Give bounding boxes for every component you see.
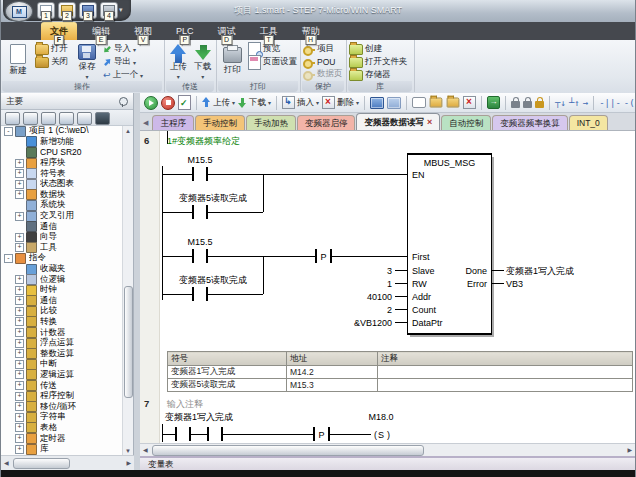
tree-item[interactable]: + 字符串 (1, 412, 124, 423)
delete-button[interactable]: 删除▾ (322, 96, 359, 109)
library-open-folder-button[interactable]: 打开文件夹 (349, 56, 408, 68)
save-button[interactable]: 保存 ▾ (73, 42, 101, 80)
scrollbar-thumb[interactable] (13, 458, 70, 469)
contact-operand[interactable]: M15.5 (187, 155, 212, 165)
tree-item[interactable]: + 定时器 (1, 433, 124, 444)
compile-button[interactable] (178, 95, 191, 110)
expander-icon[interactable]: + (15, 360, 24, 369)
expander-icon[interactable]: + (15, 180, 24, 189)
pou-window-alt-button[interactable] (387, 97, 401, 109)
contact-operand[interactable]: 变频器5读取完成 (179, 193, 247, 203)
expander-icon[interactable]: - (4, 254, 13, 263)
pou-tab[interactable]: INT_0 (569, 115, 608, 130)
scroll-up-icon[interactable]: ▲ (123, 126, 133, 136)
status-chart-view-icon[interactable] (41, 112, 56, 125)
input-value[interactable]: &VB1200 (354, 318, 392, 328)
scroll-left-icon[interactable]: ◀ (143, 446, 148, 453)
prev-bookmark-button[interactable] (446, 97, 460, 108)
contact-operand[interactable]: 变频器1写入完成 (165, 412, 233, 422)
lock-button-1[interactable] (511, 97, 520, 108)
ribbon-tab[interactable]: 编辑 E (83, 22, 119, 40)
expander-icon[interactable]: + (15, 190, 24, 199)
goto-button[interactable]: → (487, 96, 500, 109)
pou-tab[interactable]: 自动控制 (441, 115, 491, 130)
input-value[interactable]: 40100 (367, 292, 392, 302)
new-button[interactable]: 新建 (3, 42, 33, 80)
pou-tab[interactable]: 主程序 (152, 115, 194, 130)
tree-item[interactable]: + 向导 (1, 232, 124, 243)
expander-icon[interactable]: + (15, 275, 24, 284)
expander-icon[interactable]: + (15, 339, 24, 348)
pou-tab[interactable]: 变频器启停 (297, 115, 356, 130)
scrollbar-thumb[interactable] (152, 445, 424, 456)
tree-item[interactable]: 通信 (1, 221, 124, 232)
download-button[interactable]: 下载 ▾ (192, 42, 215, 80)
unlock-button[interactable] (535, 97, 544, 108)
previous-button[interactable]: ↩ 上一个▾ (103, 69, 159, 81)
expander-icon[interactable]: + (15, 169, 24, 178)
protect-pou-button[interactable]: POU (303, 56, 343, 67)
contact-operand[interactable]: 变频器5读取完成 (179, 275, 247, 285)
expander-icon[interactable]: + (15, 413, 24, 422)
network-6-ladder[interactable]: M15.5 变频器5读取完成 M15.5 变频器5读取完成 P MBUS_MSG… (159, 146, 629, 342)
lock-button-2[interactable] (523, 97, 532, 108)
tab-scroll-left-icon[interactable]: ◀ (143, 119, 148, 127)
tree-item[interactable]: + 工具 (1, 243, 124, 254)
stop-button[interactable] (161, 96, 175, 110)
pin-icon[interactable] (119, 97, 128, 106)
output-operand[interactable]: VB3 (506, 279, 523, 289)
pou-window-button[interactable] (370, 97, 384, 109)
expander-icon[interactable]: + (15, 159, 24, 168)
run-button[interactable] (144, 96, 158, 110)
ribbon-tab[interactable]: 调试 D (209, 22, 245, 40)
table-row[interactable]: 变频器1写入完成 M14.2 (168, 366, 633, 379)
pou-tab[interactable]: 变频器数据读写 × (356, 113, 440, 130)
tree-item[interactable]: + 逻辑运算 (1, 370, 124, 381)
ribbon-tab[interactable]: PLC P (167, 22, 203, 40)
contact-operand[interactable]: M15.5 (187, 237, 212, 247)
network-7-ladder[interactable]: 变频器1写入完成 P M18.0 ( S ) (159, 408, 479, 443)
tree-horizontal-scrollbar[interactable]: ◀ ▶ (1, 455, 134, 470)
tree-item[interactable]: 新增功能 (1, 137, 124, 148)
ribbon-tab[interactable]: 工具 T (251, 22, 287, 40)
toolbar-download-button[interactable]: 下载▾ (238, 97, 271, 109)
ribbon-tab[interactable]: 文件 F (41, 22, 77, 40)
library-create-button[interactable]: 创建 (349, 43, 408, 55)
pou-tab[interactable]: 手动加热 (246, 115, 296, 130)
next-bookmark-button[interactable] (429, 97, 443, 108)
tree-item[interactable]: + 交叉引用 (1, 211, 124, 222)
cross-reference-view-icon[interactable] (77, 112, 92, 125)
tree-item[interactable]: + 时钟 (1, 285, 124, 296)
expander-icon[interactable]: + (15, 286, 24, 295)
line-down-tool[interactable]: ┬↓ (555, 98, 566, 108)
insert-button[interactable]: 插入▾ (282, 96, 319, 109)
pou-tab[interactable]: 变频器频率换算 (492, 115, 568, 130)
input-value[interactable]: 3 (387, 266, 392, 276)
expander-icon[interactable]: + (15, 370, 24, 379)
scroll-right-icon[interactable]: ▶ (627, 446, 632, 453)
data-block-view-icon[interactable] (59, 112, 74, 125)
import-button[interactable]: 导入▾ (103, 43, 159, 55)
input-value[interactable]: 1 (387, 279, 392, 289)
ribbon-tab[interactable]: 帮助 H (293, 22, 329, 40)
library-memory-button[interactable]: 存储器 (349, 69, 408, 81)
save-dropdown-icon[interactable]: ▾ (85, 73, 88, 80)
tree-item[interactable]: + 整数运算 (1, 348, 124, 359)
bookmark-button[interactable] (412, 97, 426, 108)
expander-icon[interactable]: + (15, 212, 24, 221)
variable-table-bar[interactable]: 变量表 (140, 456, 635, 470)
expander-icon[interactable]: + (15, 434, 24, 443)
coil-operand[interactable]: M18.0 (368, 412, 393, 422)
tree-item[interactable]: + 位逻辑 (1, 274, 124, 285)
scroll-left-icon[interactable]: ◀ (4, 459, 9, 466)
expander-icon[interactable]: + (15, 423, 24, 432)
expander-icon[interactable]: + (15, 296, 24, 305)
page-setup-button[interactable]: 页面设置 (248, 56, 298, 68)
scrollbar-thumb[interactable] (124, 286, 133, 398)
export-button[interactable]: 导出▾ (103, 56, 159, 68)
expander-icon[interactable]: + (15, 328, 24, 337)
expander-icon[interactable]: + (15, 381, 24, 390)
table-row[interactable]: 变频器5读取完成 M15.3 (168, 379, 633, 392)
output-operand[interactable]: 变频器1写入完成 (506, 266, 574, 276)
ribbon-tab[interactable]: 视图 V (125, 22, 161, 40)
